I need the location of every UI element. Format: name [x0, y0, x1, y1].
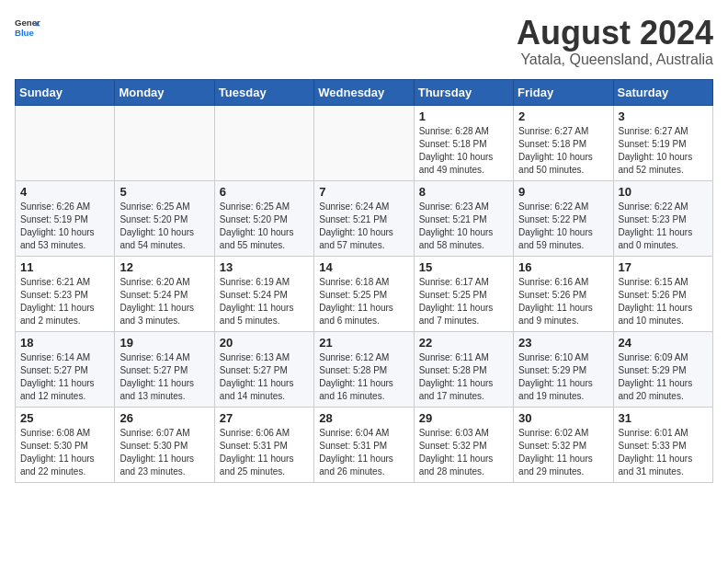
calendar-day: 30 Sunrise: 6:02 AMSunset: 5:32 PMDaylig… — [514, 407, 613, 482]
day-number: 10 — [619, 185, 708, 199]
day-header-saturday: Saturday — [613, 79, 712, 105]
day-number: 18 — [20, 336, 109, 350]
day-info: Sunrise: 6:28 AMSunset: 5:18 PMDaylight:… — [419, 125, 508, 177]
calendar-day — [314, 105, 414, 180]
day-number: 27 — [220, 411, 309, 425]
day-header-thursday: Thursday — [414, 79, 513, 105]
page-header: General Blue August 2024 Yatala, Queensl… — [15, 15, 713, 68]
day-info: Sunrise: 6:13 AMSunset: 5:27 PMDaylight:… — [220, 351, 309, 403]
page-title: August 2024 — [517, 15, 713, 52]
day-info: Sunrise: 6:16 AMSunset: 5:26 PMDaylight:… — [518, 276, 608, 327]
calendar-day: 5 Sunrise: 6:25 AMSunset: 5:20 PMDayligh… — [115, 180, 214, 256]
day-info: Sunrise: 6:26 AMSunset: 5:19 PMDaylight:… — [20, 201, 109, 252]
calendar-day: 10 Sunrise: 6:22 AMSunset: 5:23 PMDaylig… — [613, 180, 712, 256]
day-number: 19 — [119, 336, 209, 350]
day-number: 14 — [319, 260, 408, 274]
calendar-day: 6 Sunrise: 6:25 AMSunset: 5:20 PMDayligh… — [214, 180, 313, 256]
day-number: 28 — [319, 411, 408, 425]
calendar-day: 16 Sunrise: 6:16 AMSunset: 5:26 PMDaylig… — [514, 256, 613, 331]
day-info: Sunrise: 6:17 AMSunset: 5:25 PMDaylight:… — [419, 276, 508, 327]
day-info: Sunrise: 6:23 AMSunset: 5:21 PMDaylight:… — [419, 201, 508, 252]
calendar-day: 12 Sunrise: 6:20 AMSunset: 5:24 PMDaylig… — [115, 256, 214, 331]
calendar-day: 19 Sunrise: 6:14 AMSunset: 5:27 PMDaylig… — [115, 331, 214, 407]
calendar-day: 1 Sunrise: 6:28 AMSunset: 5:18 PMDayligh… — [414, 105, 513, 180]
calendar-day: 22 Sunrise: 6:11 AMSunset: 5:28 PMDaylig… — [414, 331, 513, 407]
day-info: Sunrise: 6:24 AMSunset: 5:21 PMDaylight:… — [319, 201, 408, 252]
day-number: 2 — [518, 109, 608, 123]
calendar-day — [115, 105, 214, 180]
calendar-day: 14 Sunrise: 6:18 AMSunset: 5:25 PMDaylig… — [314, 256, 414, 331]
calendar-table: SundayMondayTuesdayWednesdayThursdayFrid… — [15, 79, 713, 483]
calendar-day: 13 Sunrise: 6:19 AMSunset: 5:24 PMDaylig… — [214, 256, 313, 331]
svg-text:Blue: Blue — [15, 28, 34, 38]
day-number: 7 — [319, 185, 408, 199]
day-info: Sunrise: 6:01 AMSunset: 5:33 PMDaylight:… — [619, 427, 708, 478]
day-info: Sunrise: 6:10 AMSunset: 5:29 PMDaylight:… — [518, 351, 608, 403]
calendar-week-3: 11 Sunrise: 6:21 AMSunset: 5:23 PMDaylig… — [16, 256, 713, 331]
calendar-day: 29 Sunrise: 6:03 AMSunset: 5:32 PMDaylig… — [414, 407, 513, 482]
calendar-day: 18 Sunrise: 6:14 AMSunset: 5:27 PMDaylig… — [16, 331, 115, 407]
calendar-week-5: 25 Sunrise: 6:08 AMSunset: 5:30 PMDaylig… — [16, 407, 713, 482]
day-info: Sunrise: 6:09 AMSunset: 5:29 PMDaylight:… — [619, 351, 708, 403]
calendar-day: 2 Sunrise: 6:27 AMSunset: 5:18 PMDayligh… — [514, 105, 613, 180]
calendar-day — [16, 105, 115, 180]
calendar-day: 11 Sunrise: 6:21 AMSunset: 5:23 PMDaylig… — [16, 256, 115, 331]
day-number: 15 — [419, 260, 508, 274]
day-info: Sunrise: 6:08 AMSunset: 5:30 PMDaylight:… — [20, 427, 109, 478]
calendar-week-4: 18 Sunrise: 6:14 AMSunset: 5:27 PMDaylig… — [16, 331, 713, 407]
calendar-day: 7 Sunrise: 6:24 AMSunset: 5:21 PMDayligh… — [314, 180, 414, 256]
day-number: 9 — [518, 185, 608, 199]
day-number: 26 — [119, 411, 209, 425]
day-info: Sunrise: 6:22 AMSunset: 5:22 PMDaylight:… — [518, 201, 608, 252]
calendar-week-2: 4 Sunrise: 6:26 AMSunset: 5:19 PMDayligh… — [16, 180, 713, 256]
day-info: Sunrise: 6:11 AMSunset: 5:28 PMDaylight:… — [419, 351, 508, 403]
calendar-day: 23 Sunrise: 6:10 AMSunset: 5:29 PMDaylig… — [514, 331, 613, 407]
day-header-wednesday: Wednesday — [314, 79, 414, 105]
day-info: Sunrise: 6:15 AMSunset: 5:26 PMDaylight:… — [619, 276, 708, 327]
day-number: 1 — [419, 109, 508, 123]
day-info: Sunrise: 6:27 AMSunset: 5:19 PMDaylight:… — [619, 125, 708, 177]
day-info: Sunrise: 6:12 AMSunset: 5:28 PMDaylight:… — [319, 351, 408, 403]
day-header-monday: Monday — [115, 79, 214, 105]
day-header-tuesday: Tuesday — [214, 79, 313, 105]
day-number: 17 — [619, 260, 708, 274]
title-block: August 2024 Yatala, Queensland, Australi… — [517, 15, 713, 68]
day-info: Sunrise: 6:25 AMSunset: 5:20 PMDaylight:… — [119, 201, 209, 252]
day-info: Sunrise: 6:20 AMSunset: 5:24 PMDaylight:… — [119, 276, 209, 327]
day-info: Sunrise: 6:14 AMSunset: 5:27 PMDaylight:… — [20, 351, 109, 403]
calendar-day: 15 Sunrise: 6:17 AMSunset: 5:25 PMDaylig… — [414, 256, 513, 331]
calendar-day: 25 Sunrise: 6:08 AMSunset: 5:30 PMDaylig… — [16, 407, 115, 482]
day-number: 11 — [20, 260, 109, 274]
day-number: 3 — [619, 109, 708, 123]
calendar-day: 27 Sunrise: 6:06 AMSunset: 5:31 PMDaylig… — [214, 407, 313, 482]
calendar-day: 9 Sunrise: 6:22 AMSunset: 5:22 PMDayligh… — [514, 180, 613, 256]
day-number: 29 — [419, 411, 508, 425]
day-info: Sunrise: 6:27 AMSunset: 5:18 PMDaylight:… — [518, 125, 608, 177]
calendar-day: 4 Sunrise: 6:26 AMSunset: 5:19 PMDayligh… — [16, 180, 115, 256]
day-info: Sunrise: 6:14 AMSunset: 5:27 PMDaylight:… — [119, 351, 209, 403]
day-number: 22 — [419, 336, 508, 350]
day-info: Sunrise: 6:02 AMSunset: 5:32 PMDaylight:… — [518, 427, 608, 478]
day-header-sunday: Sunday — [16, 79, 115, 105]
calendar-day: 17 Sunrise: 6:15 AMSunset: 5:26 PMDaylig… — [613, 256, 712, 331]
day-number: 31 — [619, 411, 708, 425]
day-info: Sunrise: 6:04 AMSunset: 5:31 PMDaylight:… — [319, 427, 408, 478]
day-number: 25 — [20, 411, 109, 425]
day-number: 13 — [220, 260, 309, 274]
day-number: 4 — [20, 185, 109, 199]
logo: General Blue — [15, 15, 40, 40]
day-info: Sunrise: 6:25 AMSunset: 5:20 PMDaylight:… — [220, 201, 309, 252]
day-number: 21 — [319, 336, 408, 350]
day-number: 8 — [419, 185, 508, 199]
calendar-day: 26 Sunrise: 6:07 AMSunset: 5:30 PMDaylig… — [115, 407, 214, 482]
calendar-day: 24 Sunrise: 6:09 AMSunset: 5:29 PMDaylig… — [613, 331, 712, 407]
calendar-day — [214, 105, 313, 180]
day-info: Sunrise: 6:03 AMSunset: 5:32 PMDaylight:… — [419, 427, 508, 478]
day-number: 12 — [119, 260, 209, 274]
day-number: 6 — [220, 185, 309, 199]
calendar-week-1: 1 Sunrise: 6:28 AMSunset: 5:18 PMDayligh… — [16, 105, 713, 180]
day-number: 16 — [518, 260, 608, 274]
day-info: Sunrise: 6:07 AMSunset: 5:30 PMDaylight:… — [119, 427, 209, 478]
page-subtitle: Yatala, Queensland, Australia — [517, 52, 713, 68]
day-info: Sunrise: 6:06 AMSunset: 5:31 PMDaylight:… — [220, 427, 309, 478]
